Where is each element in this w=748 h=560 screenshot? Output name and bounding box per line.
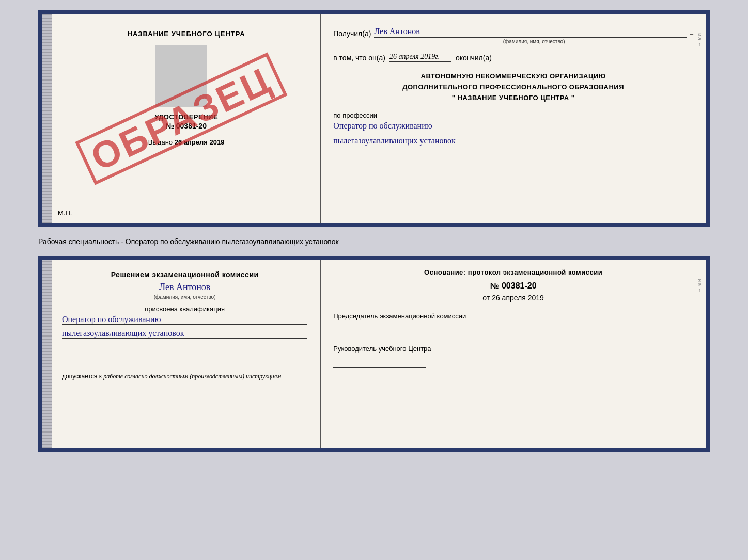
- org-line2: ДОПОЛНИТЕЛЬНОГО ПРОФЕССИОНАЛЬНОГО ОБРАЗО…: [333, 82, 693, 93]
- predsedatel-sig-line: [333, 323, 426, 335]
- predsedatel-label: Председатель экзаменационной комиссии: [333, 312, 693, 320]
- dopuskaetsya-value: работе согласно должностным (производств…: [103, 373, 281, 380]
- person-name-bottom: Лев Антонов: [62, 282, 307, 293]
- mp-label: М.П.: [58, 209, 72, 217]
- vydano-label: Выдано: [148, 138, 173, 146]
- side-char-7: –: [697, 53, 703, 56]
- side-char-3: и: [697, 33, 703, 36]
- udostoverenie-num: № 00381-20: [154, 122, 218, 130]
- org-line1: АВТОНОМНУЮ НЕКОММЕРЧЕСКУЮ ОРГАНИЗАЦИЮ: [333, 71, 693, 82]
- rukovoditel-sig-line: [333, 356, 426, 368]
- side-char-1: –: [697, 25, 703, 28]
- profession-line2: пылегазоулавливающих установок: [333, 136, 693, 147]
- vydano-line: Выдано 26 апреля 2019: [148, 138, 225, 146]
- vtom-label: в том, что он(а): [333, 54, 385, 62]
- poluchil-label: Получил(а): [333, 29, 371, 38]
- side-char-4: а: [697, 37, 703, 40]
- org-quote: " НАЗВАНИЕ УЧЕБНОГО ЦЕНТРА ": [333, 93, 693, 104]
- bside-char-3: и: [697, 279, 703, 282]
- rukovoditel-label: Руководитель учебного Центра: [333, 345, 693, 353]
- bside-char-7: –: [697, 298, 703, 301]
- dopuskaetsya-block: допускается к работе согласно должностны…: [62, 373, 307, 380]
- vydano-date: 26 апреля 2019: [175, 138, 225, 146]
- po-professii: по профессии: [333, 111, 693, 119]
- resheniem-title: Решением экзаменационной комиссии: [62, 270, 307, 279]
- bside-char-4: а: [697, 283, 703, 286]
- side-char-6: –: [697, 49, 703, 52]
- udostoverenie-title: УДОСТОВЕРЕНИЕ: [154, 113, 218, 121]
- side-char-2: –: [697, 29, 703, 32]
- fio-sub-bottom: (фамилия, имя, отчество): [62, 294, 307, 300]
- fio-sub-top: (фамилия, имя, отчество): [375, 39, 693, 44]
- certificate-bottom: Решением экзаменационной комиссии Лев Ан…: [38, 256, 710, 452]
- qualification-line1: Оператор по обслуживанию: [62, 315, 307, 325]
- right-side-chars: – – и а ← – –: [694, 14, 706, 223]
- dopuskaetsya-label: допускается к: [62, 373, 102, 380]
- side-char-5: ←: [697, 42, 703, 47]
- poluchil-line: Получил(а) Лев Антонов –: [333, 27, 693, 38]
- ot-date: 26 апреля 2019: [492, 294, 544, 302]
- cert-right: Получил(а) Лев Антонов – (фамилия, имя, …: [321, 14, 706, 223]
- poluchil-name: Лев Антонов: [374, 27, 687, 38]
- qualification-line2: пылегазоулавливающих установок: [62, 329, 307, 339]
- dash-right-poluchil: –: [690, 29, 693, 38]
- vtom-line: в том, что он(а) 26 апреля 2019г. окончи…: [333, 53, 693, 62]
- org-block: АВТОНОМНУЮ НЕКОММЕРЧЕСКУЮ ОРГАНИЗАЦИЮ ДО…: [333, 71, 693, 103]
- empty-sig-line1: [62, 345, 307, 354]
- ot-label: от: [482, 294, 490, 302]
- school-name-top: НАЗВАНИЕ УЧЕБНОГО ЦЕНТРА: [62, 30, 310, 38]
- bside-char-2: –: [697, 275, 703, 278]
- certificate-top: НАЗВАНИЕ УЧЕБНОГО ЦЕНТРА УДОСТОВЕРЕНИЕ №…: [38, 10, 710, 227]
- prisvoena-label: присвоена квалификация: [62, 305, 307, 313]
- empty-sig-line2: [62, 358, 307, 367]
- bottom-right-side-chars: – – и а ← – –: [694, 260, 706, 448]
- middle-text: Рабочая специальность - Оператор по обсл…: [38, 233, 710, 250]
- vtom-date: 26 апреля 2019г.: [389, 53, 451, 62]
- bottom-left: Решением экзаменационной комиссии Лев Ан…: [42, 260, 321, 448]
- ot-line: от 26 апреля 2019: [333, 294, 693, 302]
- protocol-num: № 00381-20: [333, 281, 693, 291]
- osnovanie-block: Основание: протокол экзаменационной коми…: [333, 268, 693, 276]
- bside-char-5: ←: [697, 287, 703, 293]
- cert-left: НАЗВАНИЕ УЧЕБНОГО ЦЕНТРА УДОСТОВЕРЕНИЕ №…: [42, 14, 321, 223]
- document-container: НАЗВАНИЕ УЧЕБНОГО ЦЕНТРА УДОСТОВЕРЕНИЕ №…: [38, 10, 710, 452]
- profession-line1: Оператор по обслуживанию: [333, 121, 693, 132]
- bside-char-1: –: [697, 270, 703, 274]
- bside-char-6: –: [697, 294, 703, 297]
- bottom-right: Основание: протокол экзаменационной коми…: [321, 260, 706, 448]
- udostoverenie-block: УДОСТОВЕРЕНИЕ № 00381-20: [154, 113, 218, 130]
- okonchil-label: окончил(а): [456, 54, 492, 62]
- photo-placeholder: [155, 45, 207, 107]
